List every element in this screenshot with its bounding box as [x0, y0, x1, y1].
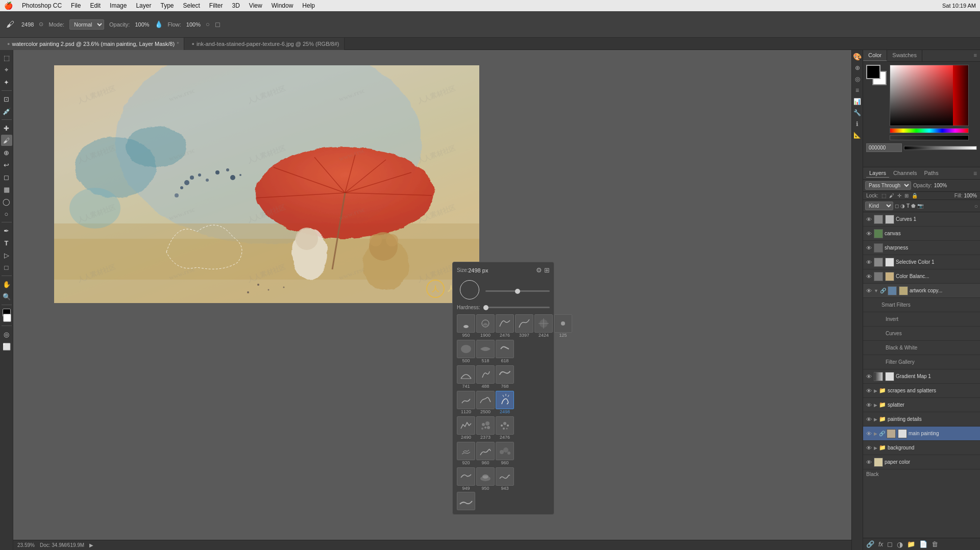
- expand-main-painting[interactable]: ▶: [874, 431, 877, 436]
- menu-view[interactable]: View: [249, 2, 262, 9]
- brush-item-950b[interactable]: 950: [476, 467, 495, 491]
- tool-lasso[interactable]: ⌖: [1, 64, 12, 76]
- brush-item-960b[interactable]: 960: [496, 442, 514, 465]
- foreground-swatch[interactable]: [866, 65, 880, 79]
- popup-grid-icon[interactable]: ⊞: [544, 266, 550, 274]
- vis-curves1[interactable]: 👁: [865, 216, 872, 223]
- tool-eraser[interactable]: ◻: [1, 171, 12, 183]
- brush-item-125[interactable]: 125: [554, 314, 572, 338]
- layer-row-artwork-copy[interactable]: 👁 ▼ 🔗 artwork copy...: [863, 284, 980, 298]
- tool-blur[interactable]: ◯: [1, 196, 12, 207]
- layers-filter-toggle[interactable]: ○: [974, 203, 978, 210]
- tool-zoom[interactable]: 🔍: [1, 291, 12, 302]
- tool-text[interactable]: T: [1, 237, 12, 248]
- brush-item-2490[interactable]: 2490: [457, 416, 475, 440]
- status-arrow-right[interactable]: ▶: [89, 542, 93, 548]
- mode-select[interactable]: Normal Multiply Screen Overlay: [69, 19, 104, 30]
- vis-background[interactable]: 👁: [865, 444, 872, 452]
- tool-brush-btn[interactable]: 🖌: [4, 19, 16, 30]
- brush-item-768[interactable]: 768: [496, 365, 514, 389]
- layer-row-scrapes[interactable]: 👁 ▶ 📁 scrapes and splatters: [863, 384, 980, 398]
- layer-row-filter-gallery[interactable]: Filter Gallery: [863, 355, 980, 369]
- layer-row-curves1[interactable]: 👁 Curves 1: [863, 212, 980, 227]
- brush-item-518[interactable]: 518: [476, 340, 495, 363]
- brush-item-618[interactable]: 618: [496, 340, 514, 363]
- menu-window[interactable]: Window: [272, 2, 293, 9]
- color-slider-bar[interactable]: [904, 146, 977, 150]
- menu-3d[interactable]: 3D: [232, 2, 240, 9]
- vis-splatter[interactable]: 👁: [865, 402, 872, 409]
- alpha-bar[interactable]: [890, 135, 969, 140]
- filter-pixel-icon[interactable]: ◻: [895, 203, 899, 209]
- tab-channels[interactable]: Channels: [890, 169, 920, 178]
- tool-magic-wand[interactable]: ✦: [1, 77, 12, 88]
- vis-invert[interactable]: [865, 316, 872, 323]
- hardness-slider[interactable]: [483, 307, 550, 308]
- tool-marquee[interactable]: ⬚: [1, 52, 12, 63]
- tool-shape[interactable]: □: [1, 262, 12, 273]
- tool-brush[interactable]: 🖌: [1, 135, 12, 146]
- brush-item-488[interactable]: 488: [476, 365, 495, 389]
- expand-splatter[interactable]: ▶: [874, 403, 877, 408]
- opacity-ctrl-value[interactable]: 100%: [934, 183, 947, 188]
- tab-color[interactable]: Color: [863, 50, 887, 61]
- expand-artwork-copy[interactable]: ▼: [874, 288, 878, 293]
- menu-file[interactable]: File: [71, 2, 81, 9]
- tab-2-close-btn[interactable]: ●: [191, 41, 194, 46]
- panel-menu-btn[interactable]: ≡: [971, 50, 980, 61]
- layer-row-colorbalance[interactable]: 👁 Color Balanc...: [863, 269, 980, 284]
- tab-1-close-btn[interactable]: ●: [7, 41, 10, 46]
- fill-value[interactable]: 100%: [964, 193, 977, 198]
- settings-gear-icon[interactable]: ⚙: [536, 266, 542, 274]
- tab-swatches[interactable]: Swatches: [887, 50, 922, 61]
- size-slider[interactable]: [485, 290, 550, 292]
- vis-colorbalance[interactable]: 👁: [865, 273, 872, 280]
- brush-item-2476a[interactable]: 2476: [496, 314, 514, 338]
- vis-selective[interactable]: 👁: [865, 259, 872, 266]
- brush-item-1900[interactable]: 1900: [476, 314, 495, 338]
- tool-gradient[interactable]: ▦: [1, 184, 12, 195]
- rs-icon-6[interactable]: 🔧: [853, 108, 862, 117]
- layer-row-sharpness[interactable]: 👁 sharpness: [863, 241, 980, 255]
- brush-item-last[interactable]: [457, 492, 475, 510]
- layers-panel-menu[interactable]: ≡: [973, 170, 977, 177]
- rs-icon-8[interactable]: 📐: [853, 131, 862, 140]
- filter-shape-icon[interactable]: ⬟: [911, 203, 916, 209]
- layer-row-curves[interactable]: Curves: [863, 327, 980, 341]
- brush-item-500[interactable]: 500: [457, 340, 475, 363]
- tab-1[interactable]: ● watercolor painting 2.psd @ 23.6% (mai…: [0, 38, 184, 50]
- bg-color-swatch[interactable]: [3, 314, 11, 322]
- brush-item-943[interactable]: 943: [496, 467, 514, 491]
- vis-canvas[interactable]: 👁: [865, 230, 872, 237]
- vis-painting-details[interactable]: 👁: [865, 416, 872, 423]
- layer-row-paper-color[interactable]: 👁 paper color: [863, 455, 980, 469]
- link-layers-btn[interactable]: 🔗: [866, 540, 874, 548]
- new-fill-btn[interactable]: ◑: [897, 540, 903, 548]
- rs-icon-7[interactable]: ℹ: [853, 119, 862, 129]
- vis-artwork-copy[interactable]: 👁: [865, 287, 872, 294]
- brush-item-2476b[interactable]: 2476: [496, 416, 514, 440]
- brush-item-2424[interactable]: 2424: [534, 314, 553, 338]
- blend-mode-select[interactable]: Pass Through Normal Multiply Screen Over…: [865, 181, 911, 190]
- layer-row-smart-filters[interactable]: Smart Filters: [863, 298, 980, 312]
- delete-layer-btn[interactable]: 🗑: [932, 540, 938, 548]
- lock-all-icon[interactable]: 🔒: [912, 193, 918, 198]
- new-group-btn[interactable]: 📁: [907, 540, 915, 548]
- brush-item-2498-selected[interactable]: 2498: [496, 391, 514, 414]
- tool-clone[interactable]: ⊕: [1, 147, 12, 158]
- vis-scrapes[interactable]: 👁: [865, 387, 872, 394]
- brush-item-920[interactable]: 920: [457, 442, 475, 465]
- layer-row-painting-details[interactable]: 👁 ▶ 📁 painting details: [863, 412, 980, 427]
- lock-artboard-icon[interactable]: ⊞: [904, 193, 909, 198]
- expand-painting-details[interactable]: ▶: [874, 417, 877, 422]
- menu-select[interactable]: Select: [183, 2, 200, 9]
- layer-row-splatter[interactable]: 👁 ▶ 📁 splatter: [863, 398, 980, 412]
- brush-item-741[interactable]: 741: [457, 365, 475, 389]
- brush-item-949[interactable]: 949: [457, 467, 475, 491]
- menu-filter[interactable]: Filter: [209, 2, 223, 9]
- expand-background[interactable]: ▶: [874, 445, 877, 451]
- fx-btn[interactable]: fx: [878, 540, 883, 548]
- lock-move-icon[interactable]: ✛: [897, 193, 901, 198]
- rs-icon-4[interactable]: ≡: [853, 86, 862, 95]
- vis-smart-filters[interactable]: [865, 302, 872, 309]
